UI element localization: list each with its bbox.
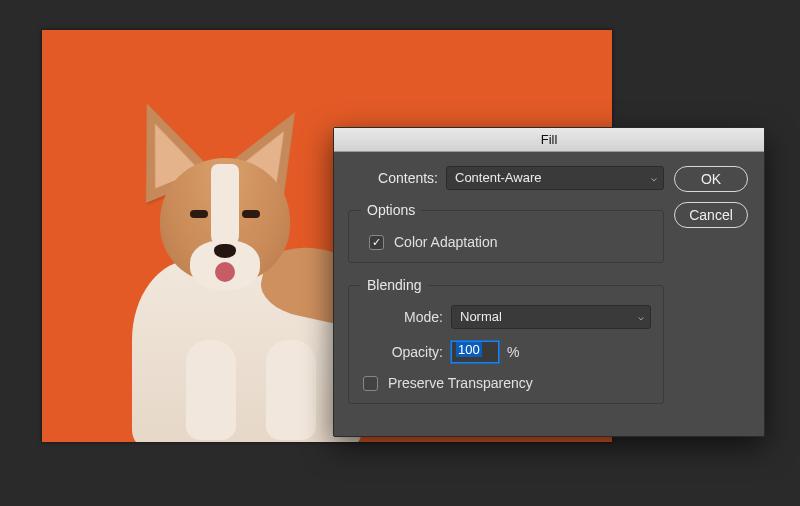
cancel-button[interactable]: Cancel — [674, 202, 748, 228]
options-legend: Options — [361, 202, 421, 218]
opacity-suffix: % — [507, 344, 519, 360]
mode-label: Mode: — [361, 309, 443, 325]
check-icon: ✓ — [372, 236, 381, 249]
dialog-title[interactable]: Fill — [334, 128, 764, 152]
mode-select[interactable]: Normal ⌵ — [451, 305, 651, 329]
fill-dialog: Fill Contents: Content-Aware ⌵ Options ✓… — [333, 127, 765, 437]
preserve-transparency-checkbox[interactable] — [363, 376, 378, 391]
opacity-input[interactable]: 100 — [451, 341, 499, 363]
chevron-down-icon: ⌵ — [638, 306, 644, 328]
preserve-transparency-label: Preserve Transparency — [388, 375, 533, 391]
ok-button[interactable]: OK — [674, 166, 748, 192]
contents-select[interactable]: Content-Aware ⌵ — [446, 166, 664, 190]
contents-value: Content-Aware — [455, 170, 541, 185]
chevron-down-icon: ⌵ — [651, 167, 657, 189]
opacity-label: Opacity: — [361, 344, 443, 360]
color-adaptation-checkbox[interactable]: ✓ — [369, 235, 384, 250]
blending-legend: Blending — [361, 277, 428, 293]
color-adaptation-label: Color Adaptation — [394, 234, 498, 250]
blending-group: Blending Mode: Normal ⌵ Opacity: 100 % — [348, 277, 664, 404]
mode-value: Normal — [460, 309, 502, 324]
opacity-value: 100 — [456, 342, 482, 357]
options-group: Options ✓ Color Adaptation — [348, 202, 664, 263]
contents-label: Contents: — [348, 170, 438, 186]
